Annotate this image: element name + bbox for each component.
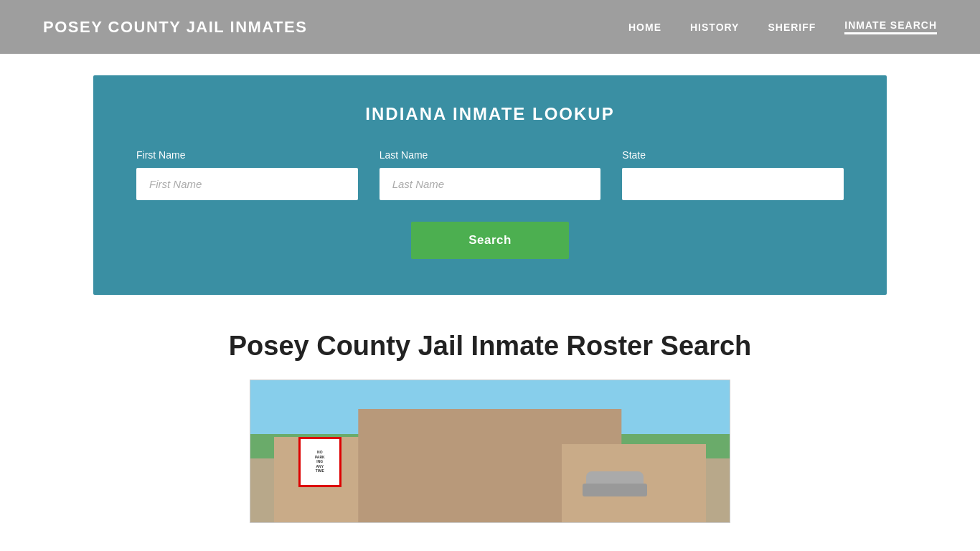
site-header: POSEY COUNTY JAIL INMATES HOME HISTORY S… — [0, 0, 980, 54]
main-nav: HOME HISTORY SHERIFF INMATE SEARCH — [628, 19, 937, 34]
building-image: NOPARKINGANYTIME — [250, 380, 730, 523]
nav-home[interactable]: HOME — [628, 22, 661, 33]
roster-title: Posey County Jail Inmate Roster Search — [93, 331, 887, 362]
no-parking-sign: NOPARKINGANYTIME — [298, 437, 341, 487]
first-name-group: First Name — [136, 149, 358, 200]
last-name-input[interactable] — [380, 168, 601, 200]
form-row: First Name Last Name State Indiana — [136, 149, 844, 200]
state-input[interactable]: Indiana — [622, 168, 844, 200]
search-button[interactable]: Search — [411, 222, 569, 259]
state-label: State — [622, 149, 844, 161]
lookup-section: INDIANA INMATE LOOKUP First Name Last Na… — [93, 75, 887, 295]
nav-history[interactable]: HISTORY — [690, 22, 739, 33]
state-group: State Indiana — [622, 149, 844, 200]
last-name-group: Last Name — [380, 149, 601, 200]
last-name-label: Last Name — [380, 149, 601, 161]
main-content: Posey County Jail Inmate Roster Search N… — [0, 295, 980, 545]
nav-inmate-search[interactable]: INMATE SEARCH — [844, 19, 937, 34]
search-row: Search — [136, 222, 844, 259]
site-title: POSEY COUNTY JAIL INMATES — [43, 18, 307, 37]
first-name-label: First Name — [136, 149, 358, 161]
parked-car — [586, 471, 644, 496]
sub-header — [0, 54, 980, 75]
nav-sheriff[interactable]: SHERIFF — [768, 22, 816, 33]
lookup-title: INDIANA INMATE LOOKUP — [136, 104, 844, 124]
first-name-input[interactable] — [136, 168, 358, 200]
